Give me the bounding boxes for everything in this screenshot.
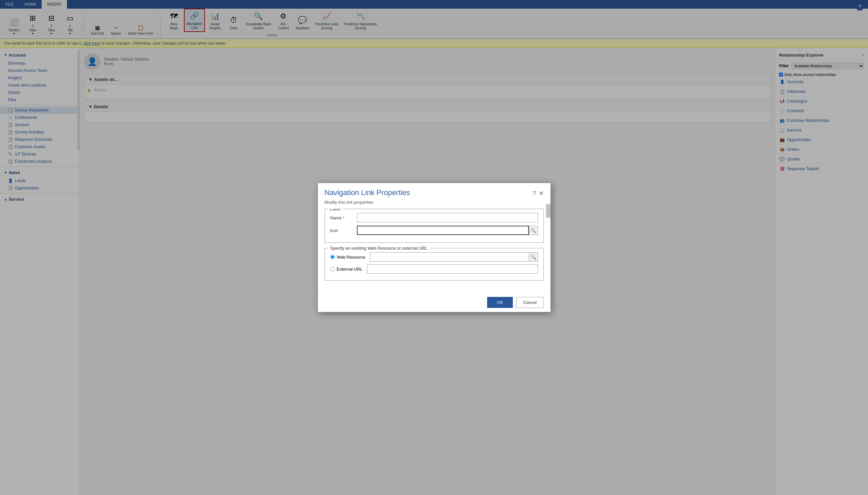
- web-resource-label: Web Resource: [337, 255, 365, 260]
- ok-button[interactable]: OK: [487, 297, 513, 308]
- dialog-subtitle: Modify this link properties: [318, 200, 551, 209]
- external-url-input-group: External URL: [330, 264, 538, 274]
- external-url-input[interactable]: [367, 264, 538, 274]
- dialog-body: Label Name * Icon 🔍: [318, 209, 551, 293]
- dialog-title: Navigation Link Properties: [325, 188, 410, 197]
- web-resource-option: Web Resource 🔍: [330, 252, 538, 262]
- dialog-overlay: Navigation Link Properties ? ✕ Modify th…: [0, 0, 868, 495]
- dialog-scrollbar[interactable]: [546, 203, 551, 218]
- web-resource-radio[interactable]: [330, 255, 335, 259]
- external-url-option: External URL: [330, 264, 538, 274]
- cancel-button[interactable]: Cancel: [516, 297, 543, 308]
- dialog-title-actions: ? ✕: [533, 188, 543, 197]
- label-fieldset: Label Name * Icon 🔍: [325, 209, 544, 243]
- icon-input-group: 🔍: [357, 226, 538, 235]
- web-resource-field-group: 🔍: [370, 252, 538, 262]
- name-input[interactable]: [357, 213, 538, 222]
- icon-row: Icon 🔍: [330, 226, 538, 235]
- web-resource-input-group: Web Resource 🔍: [330, 252, 538, 262]
- url-fieldset: Specify an existing Web Resource or exte…: [325, 248, 544, 280]
- external-url-radio[interactable]: [330, 267, 335, 271]
- web-resource-browse-button[interactable]: 🔍: [529, 252, 538, 262]
- label-legend: Label: [328, 209, 343, 211]
- dialog-help-icon[interactable]: ?: [533, 190, 536, 197]
- name-label: Name *: [330, 216, 357, 220]
- url-legend: Specify an existing Web Resource or exte…: [328, 246, 429, 251]
- name-required-indicator: *: [343, 216, 345, 220]
- navigation-link-dialog: Navigation Link Properties ? ✕ Modify th…: [317, 183, 551, 312]
- icon-input[interactable]: [357, 226, 529, 235]
- dialog-title-bar: Navigation Link Properties ? ✕: [318, 183, 551, 200]
- name-row: Name *: [330, 213, 538, 222]
- icon-label: Icon: [330, 228, 357, 233]
- dialog-footer: OK Cancel: [318, 293, 551, 312]
- dialog-scrollbar-thumb[interactable]: [546, 204, 551, 218]
- external-url-label: External URL: [337, 267, 362, 272]
- dialog-close-icon[interactable]: ✕: [539, 190, 544, 197]
- icon-browse-button[interactable]: 🔍: [529, 226, 538, 235]
- web-resource-input[interactable]: [370, 252, 528, 262]
